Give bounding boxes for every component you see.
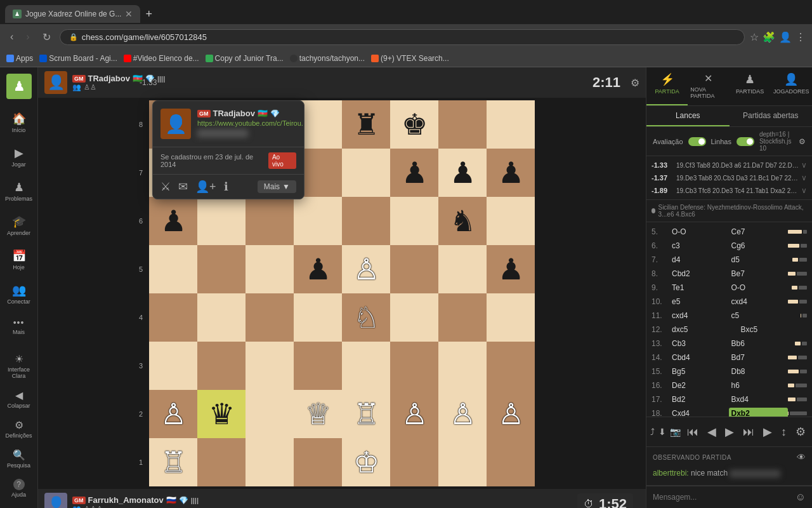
cell-e7[interactable] bbox=[342, 149, 390, 197]
cell-h7[interactable]: ♟ bbox=[487, 149, 535, 197]
panel-settings-button[interactable]: ⚙ bbox=[793, 422, 808, 441]
bookmark-tachyons[interactable]: tachyons/tachyon... bbox=[290, 54, 365, 63]
cell-h4[interactable] bbox=[487, 293, 535, 342]
cell-g7[interactable]: ♟ bbox=[438, 149, 487, 197]
move-5-black[interactable]: Ce7 bbox=[729, 226, 789, 237]
cell-h3[interactable] bbox=[487, 342, 535, 390]
tab-partidas[interactable]: ♟ PARTIDAS bbox=[730, 67, 771, 105]
sidebar-item-hoje[interactable]: 📅 Hoje bbox=[3, 244, 36, 276]
cell-g4[interactable] bbox=[438, 293, 487, 342]
eval-expand-2[interactable]: ∨ bbox=[801, 173, 807, 182]
sidebar-item-aprender[interactable]: 🎓 Aprender bbox=[3, 210, 36, 241]
sidebar-item-jogar[interactable]: ▶ Jogar bbox=[3, 141, 36, 173]
eval-line-2[interactable]: -1.37 19.De3 Tab8 20.Cb3 Da3 21.Bc1 De7 … bbox=[646, 171, 812, 184]
popup-friend-icon[interactable]: 👤+ bbox=[195, 180, 216, 194]
move-9-white[interactable]: Te1 bbox=[669, 282, 729, 293]
bookmark-star-button[interactable]: ☆ bbox=[750, 31, 759, 43]
cell-d6[interactable] bbox=[294, 197, 342, 245]
cell-c4[interactable] bbox=[246, 293, 294, 342]
cell-a1[interactable]: ♖ bbox=[149, 438, 197, 486]
move-16-black[interactable]: h6 bbox=[729, 380, 789, 391]
cell-b4[interactable] bbox=[197, 293, 246, 342]
cell-e6[interactable] bbox=[342, 197, 390, 245]
cell-a2[interactable]: ♙ bbox=[149, 390, 197, 438]
cell-c5[interactable] bbox=[246, 245, 294, 293]
cell-c2[interactable] bbox=[246, 390, 294, 438]
move-15-white[interactable]: Bg5 bbox=[669, 366, 729, 377]
camera-button[interactable]: 📷 bbox=[670, 427, 681, 437]
cell-g6[interactable]: ♞ bbox=[438, 197, 487, 245]
sidebar-item-inicio[interactable]: 🏠 Início bbox=[3, 107, 36, 138]
move-6-white[interactable]: c3 bbox=[669, 240, 729, 251]
tab-partida[interactable]: ⚡ PARTIDA bbox=[646, 67, 688, 105]
move-6-black[interactable]: Cg6 bbox=[729, 240, 789, 251]
cell-g5[interactable] bbox=[438, 245, 487, 293]
move-11-black[interactable]: c5 bbox=[729, 310, 789, 321]
move-17-black[interactable]: Bxd4 bbox=[729, 394, 789, 405]
sidebar-item-problemas[interactable]: ♟ Problemas bbox=[3, 175, 36, 207]
eval-line-3[interactable]: -1.89 19.Cb3 Tfc8 20.De3 Tc4 21.Tab1 Dxa… bbox=[646, 184, 812, 197]
tab-lances[interactable]: Lances bbox=[646, 106, 730, 126]
cell-g3[interactable] bbox=[438, 342, 487, 390]
cell-f4[interactable] bbox=[390, 293, 438, 342]
cell-h5[interactable]: ♟ bbox=[487, 245, 535, 293]
eval-toggle[interactable] bbox=[688, 137, 706, 146]
prev-move-button[interactable]: ◀ bbox=[705, 422, 719, 441]
chess-logo[interactable]: ♟ bbox=[6, 74, 32, 99]
cell-f1[interactable] bbox=[390, 438, 438, 486]
sidebar-item-mais[interactable]: ••• Mais bbox=[3, 312, 36, 340]
move-10-white[interactable]: e5 bbox=[669, 296, 729, 307]
tab-partidas-abertas[interactable]: Partidas abertas bbox=[730, 106, 813, 126]
cell-h8[interactable] bbox=[487, 100, 535, 149]
move-7-white[interactable]: d4 bbox=[669, 254, 729, 265]
play-button[interactable]: ▶ bbox=[761, 422, 775, 441]
cell-c1[interactable] bbox=[246, 438, 294, 486]
profile-button[interactable]: 👤 bbox=[779, 31, 792, 43]
cell-e2[interactable]: ♖ bbox=[342, 390, 390, 438]
game-settings-button[interactable]: ⚙ bbox=[631, 77, 639, 89]
move-12-black[interactable]: Bxc5 bbox=[738, 324, 808, 335]
active-tab[interactable]: ♟ Jogue Xadrez Online de G... ✕ bbox=[5, 5, 140, 23]
sidebar-item-definicoes[interactable]: ⚙ Definições bbox=[3, 415, 36, 443]
cell-a6[interactable]: ♟ bbox=[149, 197, 197, 245]
sidebar-item-pesquisa[interactable]: 🔍 Pesquisa bbox=[3, 445, 36, 472]
sidebar-item-interface-clara[interactable]: ☀ Interface Clara bbox=[3, 349, 36, 383]
cell-e5[interactable]: ♙ bbox=[342, 245, 390, 293]
cell-c3[interactable] bbox=[246, 342, 294, 390]
cell-a3[interactable] bbox=[149, 342, 197, 390]
analysis-gear-icon[interactable]: ⚙ bbox=[799, 137, 806, 146]
cell-b3[interactable] bbox=[197, 342, 246, 390]
player-top-avatar[interactable]: 👤 bbox=[44, 71, 67, 94]
cell-d3[interactable] bbox=[294, 342, 342, 390]
move-8-white[interactable]: Cbd2 bbox=[669, 268, 729, 279]
chat-input[interactable] bbox=[653, 493, 796, 502]
cell-f5[interactable] bbox=[390, 245, 438, 293]
bookmark-junior[interactable]: Copy of Junior Tra... bbox=[206, 54, 284, 63]
bookmark-apps[interactable]: Apps bbox=[6, 54, 33, 63]
cell-e8[interactable]: ♜ bbox=[342, 100, 390, 149]
cell-g2[interactable]: ♙ bbox=[438, 390, 487, 438]
cell-a4[interactable] bbox=[149, 293, 197, 342]
popup-more-button[interactable]: Mais ▼ bbox=[258, 180, 296, 193]
cell-h6[interactable] bbox=[487, 197, 535, 245]
bookmark-video[interactable]: #Video Elenco de... bbox=[124, 54, 199, 63]
cell-b5[interactable] bbox=[197, 245, 246, 293]
cell-c6[interactable] bbox=[246, 197, 294, 245]
move-8-black[interactable]: Be7 bbox=[729, 268, 789, 279]
player-bottom-name[interactable]: Farrukh_Amonatov bbox=[88, 495, 164, 505]
cell-d1[interactable] bbox=[294, 438, 342, 486]
popup-avatar[interactable]: 👤 bbox=[160, 109, 191, 139]
cell-e4[interactable]: ♘ bbox=[342, 293, 390, 342]
cell-e1[interactable]: ♔ bbox=[342, 438, 390, 486]
cell-h2[interactable]: ♙ bbox=[487, 390, 535, 438]
next-move-button[interactable]: ▶ bbox=[723, 422, 737, 441]
lines-toggle[interactable] bbox=[737, 137, 754, 146]
cell-d2[interactable]: ♕ bbox=[294, 390, 342, 438]
cell-g8[interactable] bbox=[438, 100, 487, 149]
forward-button[interactable]: › bbox=[22, 30, 33, 44]
player-bottom-avatar[interactable]: 👤 bbox=[44, 493, 67, 508]
sidebar-item-colapsar[interactable]: ◀ Colapsar bbox=[3, 385, 36, 413]
move-12-white[interactable]: dxc5 bbox=[669, 324, 738, 335]
move-16-white[interactable]: De2 bbox=[669, 380, 729, 391]
move-18-black[interactable]: Dxb2 bbox=[729, 408, 789, 417]
